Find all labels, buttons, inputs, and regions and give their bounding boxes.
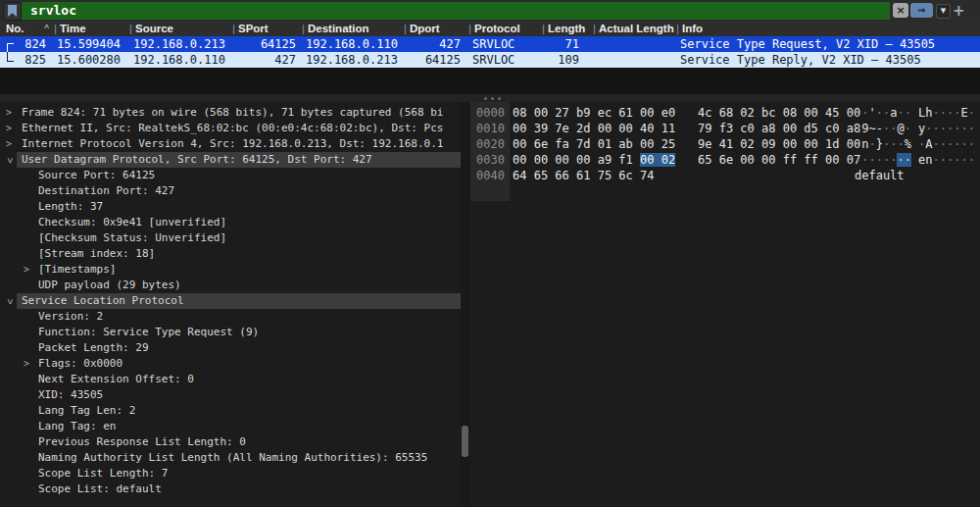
ascii-group2: ·A······	[918, 136, 975, 152]
packet-list: 82415.599404192.168.0.21364125192.168.0.…	[0, 36, 980, 68]
detail-row[interactable]: >Frame 824: 71 bytes on wire (568 bits),…	[0, 105, 461, 121]
display-filter-text: srvloc	[22, 2, 890, 20]
detail-row[interactable]: Lang Tag: en	[0, 419, 461, 434]
detail-row[interactable]: Length: 37	[0, 199, 461, 215]
splitter-grip-dot	[491, 97, 494, 100]
clear-filter-button[interactable]: ×	[893, 3, 908, 18]
column-label: Actual Length	[599, 23, 674, 34]
chevron-expanded-icon[interactable]: >	[2, 299, 18, 305]
column-header-protocol[interactable]: |Protocol	[468, 22, 542, 36]
detail-row[interactable]: >Flags: 0x0000	[0, 356, 461, 372]
pane-splitter-horizontal[interactable]	[0, 94, 980, 102]
chevron-collapsed-icon[interactable]: >	[24, 356, 29, 372]
hex-bytes-group1: 00 39 7e 2d 00 00 40 11	[513, 121, 675, 136]
detail-text: Frame 824: 71 bytes on wire (568 bits), …	[22, 106, 443, 119]
detail-text: Previous Response List Length: 0	[38, 435, 246, 448]
detail-text: Lang Tag: en	[38, 420, 116, 432]
detail-text: Next Extension Offset: 0	[38, 373, 194, 385]
detail-row[interactable]: >[Timestamps]	[0, 262, 461, 278]
detail-text: Destination Port: 427	[38, 184, 174, 197]
detail-text: UDP payload (29 bytes)	[38, 279, 181, 291]
filter-dropdown-button[interactable]: ▼	[936, 4, 951, 19]
detail-row[interactable]: Source Port: 64125	[0, 168, 461, 183]
hex-bytes-group1: 00 6e fa 7d 01 ab 00 25	[513, 136, 675, 152]
chevron-collapsed-icon[interactable]: >	[6, 136, 12, 152]
packet-list-empty-area	[0, 68, 980, 94]
byte-offset: 0030	[476, 152, 505, 168]
details-scrollbar[interactable]	[461, 102, 470, 507]
cell-protocol: SRVLOC	[468, 36, 542, 52]
column-header-actual_length[interactable]: |Actual Length	[593, 22, 676, 36]
detail-row[interactable]: Lang Tag Len: 2	[0, 403, 461, 419]
detail-row[interactable]: Next Extension Offset: 0	[0, 372, 461, 387]
column-separator: |	[54, 22, 57, 36]
column-header-no[interactable]: No.^	[0, 22, 54, 36]
detail-row[interactable]: [Checksum Status: Unverified]	[0, 230, 461, 246]
splitter-grip-dot	[498, 97, 501, 100]
detail-row[interactable]: XID: 43505	[0, 387, 461, 403]
hex-row-0040[interactable]: 004064 65 66 61 75 6c 74default	[470, 168, 980, 183]
column-separator: |	[676, 22, 679, 36]
detail-row[interactable]: Destination Port: 427	[0, 183, 461, 199]
column-header-destination[interactable]: |Destination	[302, 22, 404, 36]
packet-bytes-pane: 000008 00 27 b9 ec 61 00 e04c 68 02 bc 0…	[470, 102, 980, 507]
detail-row[interactable]: Scope List: default	[0, 482, 461, 497]
detail-text: XID: 43505	[38, 388, 103, 401]
detail-row[interactable]: Scope List Length: 7	[0, 466, 461, 482]
chevron-collapsed-icon[interactable]: >	[6, 121, 12, 136]
column-separator: |	[468, 22, 471, 36]
hex-row-0020[interactable]: 002000 6e fa 7d 01 ab 00 259e 41 02 09 0…	[470, 136, 980, 152]
chevron-collapsed-icon[interactable]: >	[6, 105, 12, 121]
detail-text: Flags: 0x0000	[38, 357, 122, 370]
detail-row[interactable]: Packet Length: 29	[0, 340, 461, 356]
detail-row[interactable]: Naming Authority List Length (All Naming…	[0, 450, 461, 466]
detail-row[interactable]: UDP payload (29 bytes)	[0, 278, 461, 293]
column-header-info[interactable]: |Info	[676, 22, 980, 36]
detail-row[interactable]: >User Datagram Protocol, Src Port: 64125…	[0, 152, 461, 168]
detail-row[interactable]: >Ethernet II, Src: RealtekS_68:02:bc (00…	[0, 121, 461, 136]
packet-row-824[interactable]: 82415.599404192.168.0.21364125192.168.0.…	[0, 36, 980, 52]
byte-offset: 0000	[476, 105, 505, 121]
ascii-group2: y·······	[918, 121, 975, 136]
cell-sport: 64125	[232, 36, 302, 52]
column-header-source[interactable]: |Source	[129, 22, 232, 36]
cell-actual_length	[593, 52, 676, 68]
chevron-expanded-icon[interactable]: >	[2, 158, 18, 164]
cell-length: 71	[542, 36, 593, 52]
sort-ascending-icon: ^	[44, 22, 49, 36]
column-header-length[interactable]: |Length	[542, 22, 593, 36]
hex-row-0000[interactable]: 000008 00 27 b9 ec 61 00 e04c 68 02 bc 0…	[470, 105, 980, 121]
detail-text: Lang Tag Len: 2	[38, 404, 135, 417]
hex-row-0030[interactable]: 003000 00 00 00 a9 f1 00 0265 6e 00 00 f…	[470, 152, 980, 168]
hex-bytes-group1: 08 00 27 b9 ec 61 00 e0	[513, 105, 675, 121]
detail-row[interactable]: Version: 2	[0, 309, 461, 325]
detail-row[interactable]: [Stream index: 18]	[0, 246, 461, 262]
detail-row[interactable]: Checksum: 0x9e41 [unverified]	[0, 215, 461, 230]
hex-bytes-group1: 00 00 00 00 a9 f1 00 02	[513, 152, 675, 168]
chevron-collapsed-icon[interactable]: >	[24, 262, 29, 278]
display-filter-input[interactable]: srvloc	[22, 2, 890, 20]
ascii-group1: ·9~-··@·	[855, 121, 911, 136]
packet-row-825[interactable]: 82515.600280192.168.0.110427192.168.0.21…	[0, 52, 980, 68]
column-header-time[interactable]: |Time	[54, 22, 129, 36]
column-separator: |	[593, 22, 596, 36]
hex-row-0010[interactable]: 001000 39 7e 2d 00 00 40 1179 f3 c0 a8 0…	[470, 121, 980, 136]
conversation-bracket-end	[7, 52, 14, 62]
column-header-dport[interactable]: |Dport	[404, 22, 468, 36]
cell-dport: 64125	[404, 52, 468, 68]
detail-row[interactable]: >Service Location Protocol	[0, 293, 461, 309]
detail-row[interactable]: Function: Service Type Request (9)	[0, 325, 461, 340]
column-label: No.	[6, 23, 24, 34]
column-label: Dport	[410, 23, 440, 34]
column-label: Info	[682, 23, 703, 34]
detail-row[interactable]: Previous Response List Length: 0	[0, 434, 461, 450]
ascii-group2: en······	[918, 152, 975, 168]
detail-text: Service Location Protocol	[22, 294, 184, 307]
details-scrollbar-thumb[interactable]	[462, 426, 468, 457]
detail-row[interactable]: >Internet Protocol Version 4, Src: 192.1…	[0, 136, 461, 152]
apply-filter-button[interactable]: →	[910, 3, 933, 18]
detail-text: Version: 2	[38, 310, 103, 323]
add-filter-button[interactable]: +	[953, 2, 965, 21]
filter-bookmark-button[interactable]	[3, 2, 22, 21]
column-header-sport[interactable]: |SPort	[232, 22, 302, 36]
